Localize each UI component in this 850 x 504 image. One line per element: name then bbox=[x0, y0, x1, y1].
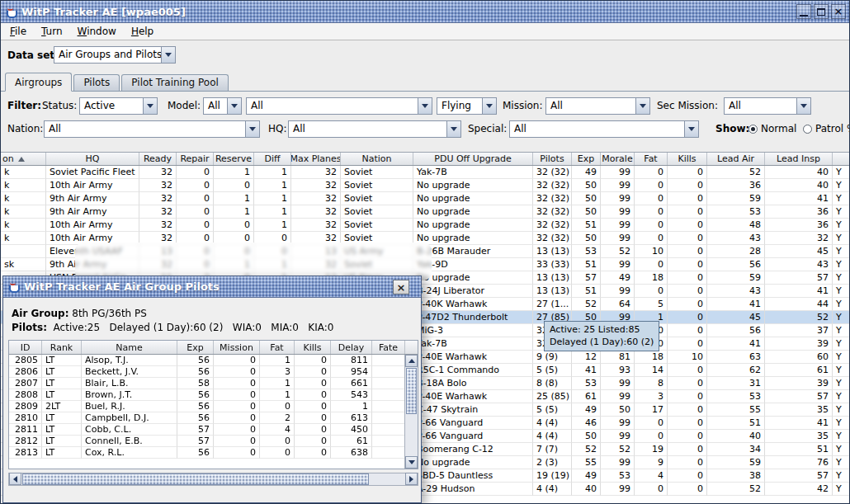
column-header[interactable]: Exp bbox=[572, 153, 601, 165]
column-header[interactable]: HQ bbox=[46, 153, 139, 165]
table-cell: Cox, R.L. bbox=[82, 447, 177, 459]
table-row[interactable]: 2813LTCox, R.L.56000638 bbox=[9, 447, 418, 459]
table-row[interactable]: 2810LTCampbell, D.J.56020613 bbox=[9, 412, 418, 424]
horizontal-scroll-thumb[interactable] bbox=[22, 473, 369, 485]
column-header[interactable]: Ready bbox=[139, 153, 177, 165]
special-filter-select[interactable]: All bbox=[509, 120, 699, 138]
table-cell: 32 bbox=[291, 205, 341, 219]
table-row[interactable]: 2812LTConnell, E.B.5700061 bbox=[9, 436, 418, 447]
column-header[interactable]: on bbox=[1, 153, 46, 165]
table-cell: 17 bbox=[635, 403, 668, 417]
radio-normal[interactable]: Normal bbox=[748, 120, 796, 138]
special-label: Special: bbox=[468, 120, 507, 138]
dialog-close-button[interactable]: × bbox=[393, 280, 409, 294]
window-titlebar[interactable]: WitP Tracker AE [wpae005] × bbox=[1, 1, 849, 23]
tab-pilot-training-pool[interactable]: Pilot Training Pool bbox=[121, 74, 229, 91]
scroll-left-button[interactable] bbox=[9, 473, 21, 485]
table-cell: 33 (33) bbox=[533, 258, 572, 271]
table-row[interactable]: k10th Air Army3200132SovietNo upgrade32 … bbox=[1, 179, 849, 192]
menu-help[interactable]: Help bbox=[124, 23, 161, 40]
scroll-down-button[interactable] bbox=[405, 456, 418, 469]
column-header[interactable]: Fat bbox=[635, 153, 668, 165]
table-cell: 0 bbox=[668, 430, 707, 443]
table-row[interactable]: k9th Air Army3201132SovietNo upgrade32 (… bbox=[1, 205, 849, 219]
column-header[interactable]: Max Planes bbox=[291, 153, 341, 165]
column-header[interactable]: Pilots bbox=[533, 153, 572, 165]
arrow-right-icon bbox=[409, 476, 413, 483]
column-header[interactable]: Fate bbox=[372, 341, 405, 354]
column-header[interactable]: Lead Air bbox=[707, 153, 765, 165]
menu-window[interactable]: Window bbox=[70, 23, 124, 40]
dropdown-arrow-icon bbox=[482, 98, 496, 114]
table-cell: 0 bbox=[635, 179, 668, 192]
column-header[interactable]: Name bbox=[82, 341, 177, 354]
table-row[interactable]: k9th Air Army3201132SovietNo upgrade32 (… bbox=[1, 192, 849, 205]
sec-mission-filter-select[interactable]: All bbox=[724, 97, 811, 115]
close-icon: × bbox=[834, 6, 843, 17]
column-header[interactable] bbox=[833, 153, 849, 165]
table-cell: 32 bbox=[291, 219, 341, 232]
dataset-label: Data set: bbox=[7, 47, 59, 64]
air-group-value: 8th PG/36th PS bbox=[72, 308, 147, 319]
column-header[interactable]: PDU Off Upgrade bbox=[413, 153, 533, 165]
model-filter-select[interactable]: All bbox=[203, 97, 242, 115]
table-row[interactable]: 2806LTBeckett, J.V.56030954 bbox=[9, 366, 418, 378]
column-header[interactable]: Fat bbox=[260, 341, 295, 354]
status-filter-select[interactable]: Active bbox=[79, 97, 158, 115]
column-header[interactable]: Delay bbox=[331, 341, 372, 354]
nation-filter-select[interactable]: All bbox=[44, 120, 260, 138]
table-cell: 0 bbox=[668, 377, 707, 390]
table-row[interactable]: 2805LTAlsop, T.J.56010811 bbox=[9, 355, 418, 366]
mission-filter-select[interactable]: All bbox=[545, 97, 650, 115]
maximize-button[interactable] bbox=[814, 4, 829, 19]
table-cell: Y bbox=[833, 245, 849, 258]
table-cell: Soviet bbox=[341, 205, 413, 219]
hq-filter-select[interactable]: All bbox=[288, 120, 461, 138]
column-header[interactable]: Lead Insp bbox=[765, 153, 833, 165]
vertical-scroll-thumb[interactable] bbox=[406, 368, 417, 414]
scroll-right-button[interactable] bbox=[405, 473, 418, 485]
menu-file[interactable]: File bbox=[2, 23, 34, 40]
table-row[interactable]: 2807LTBlair, L.B.58010661 bbox=[9, 378, 418, 389]
radio-patrol[interactable]: Patrol % bbox=[803, 120, 850, 138]
column-header[interactable]: Mission bbox=[214, 341, 260, 354]
column-header[interactable]: ID bbox=[9, 341, 42, 354]
table-row[interactable]: kSoviet Pacific Fleet3201132SovietYak-7B… bbox=[1, 166, 849, 179]
model-detail-filter-select[interactable]: All bbox=[246, 97, 432, 115]
dropdown-arrow-icon bbox=[684, 121, 698, 137]
dataset-select[interactable]: Air Groups and Pilots bbox=[54, 46, 176, 64]
column-header[interactable]: Morale bbox=[601, 153, 635, 165]
table-cell: No upgrade bbox=[413, 219, 533, 232]
column-header[interactable]: Kills bbox=[668, 153, 707, 165]
column-header[interactable]: Nation bbox=[341, 153, 413, 165]
scroll-up-button[interactable] bbox=[405, 355, 418, 367]
table-row[interactable]: 28092LTBuel, R.J.560001 bbox=[9, 401, 418, 412]
table-cell: 50 bbox=[572, 232, 601, 245]
table-row[interactable]: 2811LTCobb, C.L.57040450 bbox=[9, 424, 418, 436]
table-cell: 51 bbox=[765, 443, 833, 456]
table-cell: 2811 bbox=[9, 424, 42, 436]
column-header[interactable]: Kills bbox=[295, 341, 331, 354]
dialog-titlebar[interactable]: WitP Tracker AE Air Group Pilots × bbox=[3, 276, 421, 298]
column-header[interactable]: Repair bbox=[177, 153, 214, 165]
menu-turn[interactable]: Turn bbox=[34, 23, 69, 40]
tab-pilots[interactable]: Pilots bbox=[73, 74, 120, 91]
table-cell: 43 bbox=[707, 285, 765, 298]
column-header[interactable]: Exp bbox=[177, 341, 214, 354]
minimize-button[interactable] bbox=[796, 4, 811, 19]
table-cell: 0 bbox=[295, 366, 331, 378]
column-header[interactable]: Reserve bbox=[214, 153, 254, 165]
table-row[interactable]: k10th Air Army3200132SovietNo upgrade32 … bbox=[1, 219, 849, 232]
tab-airgroups[interactable]: Airgroups bbox=[5, 73, 72, 92]
column-header[interactable]: Rank bbox=[42, 341, 82, 354]
table-cell: 40 bbox=[765, 166, 833, 179]
horizontal-scrollbar[interactable] bbox=[8, 473, 418, 486]
close-button[interactable]: × bbox=[831, 4, 846, 19]
table-cell: 56 bbox=[177, 401, 214, 412]
vertical-scrollbar[interactable] bbox=[404, 355, 418, 469]
table-row[interactable]: 2808LTBrown, J.T.56010543 bbox=[9, 389, 418, 401]
flying-filter-select[interactable]: Flying bbox=[437, 97, 497, 115]
table-cell: 32 bbox=[291, 192, 341, 205]
table-cell: 14 bbox=[635, 364, 668, 377]
column-header[interactable]: Diff bbox=[254, 153, 291, 165]
